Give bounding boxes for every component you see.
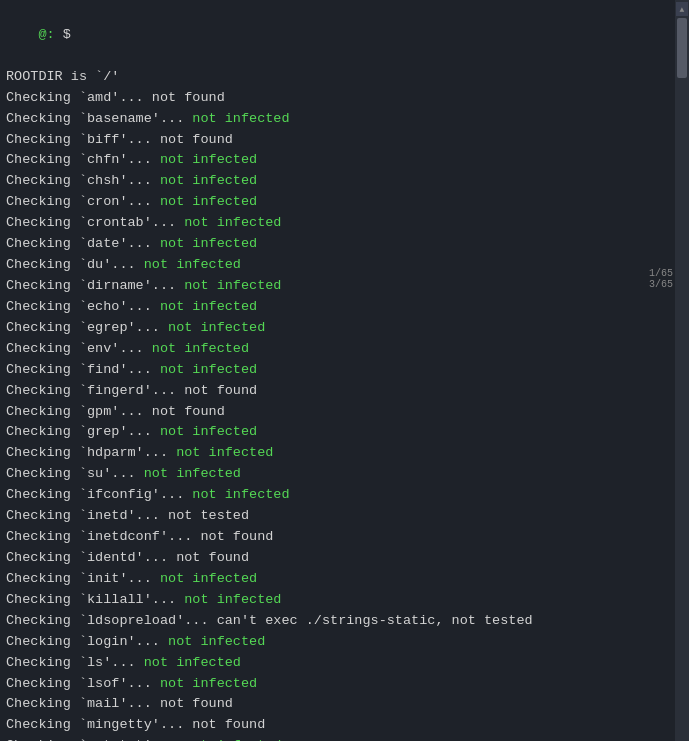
terminal-line: Checking `ldsopreload'... can't exec ./s… [6, 611, 683, 632]
check-status: not infected [144, 257, 241, 272]
check-status: not found [160, 132, 233, 147]
check-status: not found [200, 529, 273, 544]
check-label: Checking `identd'... [6, 550, 176, 565]
terminal-line: Checking `mingetty'... not found [6, 715, 683, 736]
terminal-line: Checking `egrep'... not infected [6, 318, 683, 339]
terminal-line: Checking `login'... not infected [6, 632, 683, 653]
terminal-line: Checking `find'... not infected [6, 360, 683, 381]
check-status: can't exec ./strings-static, not tested [217, 613, 533, 628]
check-label: Checking `chsh'... [6, 173, 160, 188]
check-label: Checking `dirname'... [6, 278, 184, 293]
check-label: Checking `du'... [6, 257, 144, 272]
check-status: not tested [168, 508, 249, 523]
check-label: Checking `killall'... [6, 592, 184, 607]
terminal-line: Checking `du'... not infected [6, 255, 683, 276]
check-status: not found [160, 696, 233, 711]
check-status: not infected [168, 634, 265, 649]
check-label: Checking `ls'... [6, 655, 144, 670]
check-status: not infected [184, 278, 281, 293]
check-label: Checking `grep'... [6, 424, 160, 439]
check-label: Checking `amd'... [6, 90, 152, 105]
check-status: not found [152, 90, 225, 105]
terminal-line: Checking `inetd'... not tested [6, 506, 683, 527]
prompt-colon: : [47, 27, 55, 42]
terminal-line: Checking `chfn'... not infected [6, 150, 683, 171]
scrollbar-thumb[interactable] [677, 18, 687, 78]
scrollbar-up-btn[interactable]: ▲ [676, 2, 688, 16]
check-status: not infected [168, 320, 265, 335]
scrollbar-track[interactable]: ▲ [675, 0, 689, 741]
terminal-line: Checking `date'... not infected [6, 234, 683, 255]
check-status: not infected [160, 194, 257, 209]
check-status: not found [176, 550, 249, 565]
check-status: not infected [192, 487, 289, 502]
check-label: Checking `login'... [6, 634, 168, 649]
terminal-line: Checking `grep'... not infected [6, 422, 683, 443]
check-status: not infected [144, 466, 241, 481]
prompt-line: @: $ [6, 4, 683, 67]
check-status: not found [184, 383, 257, 398]
check-status: not found [152, 404, 225, 419]
check-label: Checking `gpm'... [6, 404, 152, 419]
check-label: Checking `cron'... [6, 194, 160, 209]
terminal-line: Checking `hdparm'... not infected [6, 443, 683, 464]
terminal-line: Checking `netstat'... not infected [6, 736, 683, 741]
check-status: not infected [192, 111, 289, 126]
check-label: Checking `chfn'... [6, 152, 160, 167]
check-status: not found [192, 717, 265, 732]
terminal-line: Checking `inetdconf'... not found [6, 527, 683, 548]
check-label: Checking `fingerd'... [6, 383, 184, 398]
terminal-line: Checking `killall'... not infected [6, 590, 683, 611]
check-status: not infected [160, 173, 257, 188]
terminal-line: Checking `amd'... not found [6, 88, 683, 109]
check-label: Checking `mail'... [6, 696, 160, 711]
terminal-line: Checking `fingerd'... not found [6, 381, 683, 402]
terminal-line: Checking `identd'... not found [6, 548, 683, 569]
prompt-at: @ [38, 27, 46, 42]
check-status: not infected [184, 215, 281, 230]
check-label: Checking `date'... [6, 236, 160, 251]
terminal-line: Checking `init'... not infected [6, 569, 683, 590]
check-status: not infected [160, 299, 257, 314]
terminal-line: Checking `basename'... not infected [6, 109, 683, 130]
check-label: Checking `env'... [6, 341, 152, 356]
terminal-line: Checking `env'... not infected [6, 339, 683, 360]
check-status: not infected [160, 152, 257, 167]
check-label: Checking `crontab'... [6, 215, 184, 230]
output-lines: ROOTDIR is `/'Checking `amd'... not foun… [6, 67, 683, 741]
check-status: not infected [144, 655, 241, 670]
check-label: Checking `hdparm'... [6, 445, 176, 460]
check-status: not infected [160, 362, 257, 377]
terminal-line: ROOTDIR is `/' [6, 67, 683, 88]
terminal-line: Checking `cron'... not infected [6, 192, 683, 213]
check-label: Checking `lsof'... [6, 676, 160, 691]
prompt-dollar: $ [55, 27, 79, 42]
check-label: Checking `ifconfig'... [6, 487, 192, 502]
check-status: not infected [160, 236, 257, 251]
check-label: Checking `echo'... [6, 299, 160, 314]
check-label: Checking `egrep'... [6, 320, 168, 335]
check-status: not infected [184, 592, 281, 607]
terminal-line: Checking `mail'... not found [6, 694, 683, 715]
check-status: not infected [160, 676, 257, 691]
check-status: not infected [160, 571, 257, 586]
check-label: Checking `init'... [6, 571, 160, 586]
terminal-line: Checking `dirname'... not infected [6, 276, 683, 297]
terminal-line: Checking `crontab'... not infected [6, 213, 683, 234]
terminal-line: Checking `su'... not infected [6, 464, 683, 485]
terminal-line: Checking `chsh'... not infected [6, 171, 683, 192]
check-label: Checking `inetdconf'... [6, 529, 200, 544]
check-label: Checking `ldsopreload'... [6, 613, 217, 628]
terminal-line: Checking `echo'... not infected [6, 297, 683, 318]
check-label: Checking `biff'... [6, 132, 160, 147]
check-status: not infected [152, 341, 249, 356]
terminal-line: Checking `ls'... not infected [6, 653, 683, 674]
terminal-window: @: $ ROOTDIR is `/'Checking `amd'... not… [0, 0, 689, 741]
check-status: not infected [160, 424, 257, 439]
check-status: not infected [176, 445, 273, 460]
terminal-line: Checking `ifconfig'... not infected [6, 485, 683, 506]
rootdir-text: ROOTDIR is `/' [6, 69, 119, 84]
check-label: Checking `basename'... [6, 111, 192, 126]
terminal-line: Checking `lsof'... not infected [6, 674, 683, 695]
scrollbar-indicator: 1/653/65 [649, 268, 673, 290]
